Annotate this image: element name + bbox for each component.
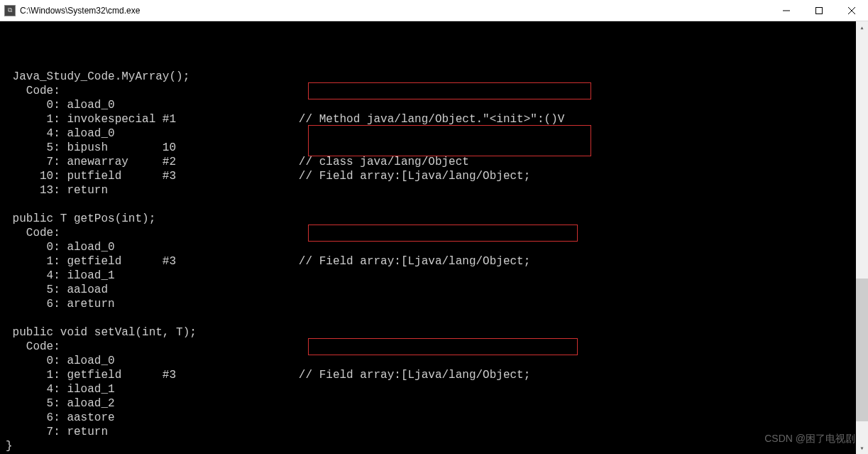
maximize-button[interactable] [803, 0, 835, 21]
terminal-line: 0: aload_0 [6, 98, 868, 112]
scroll-thumb[interactable] [856, 279, 868, 421]
terminal-line: 1: getfield #3 // Field array:[Ljava/lan… [6, 368, 868, 382]
terminal-line [6, 198, 868, 212]
close-button[interactable] [835, 0, 868, 21]
terminal-line: Code: [6, 340, 868, 354]
scroll-up-arrow[interactable]: ▴ [856, 21, 868, 33]
terminal-output[interactable]: Java_Study_Code.MyArray(); Code: 0: aloa… [0, 21, 868, 454]
window-controls [770, 0, 868, 21]
terminal-line: 5: aload_2 [6, 396, 868, 411]
terminal-line: 1: getfield #3 // Field array:[Ljava/lan… [6, 254, 868, 269]
terminal-line: public T getPos(int); [6, 212, 868, 226]
terminal-line: 5: bipush 10 [6, 141, 868, 155]
terminal-line: 0: aload_0 [6, 354, 868, 368]
svg-rect-1 [816, 8, 823, 14]
terminal-line: 4: iload_1 [6, 382, 868, 396]
terminal-line: 7: return [6, 425, 868, 439]
terminal-line: Code: [6, 84, 868, 98]
title-bar: ⧉ C:\Windows\System32\cmd.exe [0, 0, 868, 21]
terminal-line: Java_Study_Code.MyArray(); [6, 70, 868, 84]
terminal-line: 4: iload_1 [6, 269, 868, 283]
terminal-line: Code: [6, 226, 868, 240]
minimize-button[interactable] [770, 0, 803, 21]
scroll-track[interactable] [856, 33, 868, 442]
terminal-line: 4: aload_0 [6, 126, 868, 141]
terminal-line: 7: anewarray #2 // class java/lang/Objec… [6, 155, 868, 169]
terminal-line: 0: aload_0 [6, 240, 868, 254]
scroll-down-arrow[interactable]: ▾ [856, 442, 868, 454]
window-title: C:\Windows\System32\cmd.exe [20, 6, 770, 16]
cmd-icon: ⧉ [4, 5, 16, 16]
terminal-line [6, 55, 868, 70]
terminal-line: 1: invokespecial #1 // Method java/lang/… [6, 112, 868, 126]
terminal-line: public void setVal(int, T); [6, 325, 868, 340]
terminal-line: 6: areturn [6, 297, 868, 311]
terminal-line: } [6, 439, 868, 453]
terminal-line: 5: aaload [6, 283, 868, 297]
terminal-line: 13: return [6, 183, 868, 198]
terminal-line: 10: putfield #3 // Field array:[Ljava/la… [6, 169, 868, 183]
terminal-line [6, 311, 868, 325]
terminal-line: 6: aastore [6, 411, 868, 425]
vertical-scrollbar[interactable]: ▴ ▾ [856, 21, 868, 454]
